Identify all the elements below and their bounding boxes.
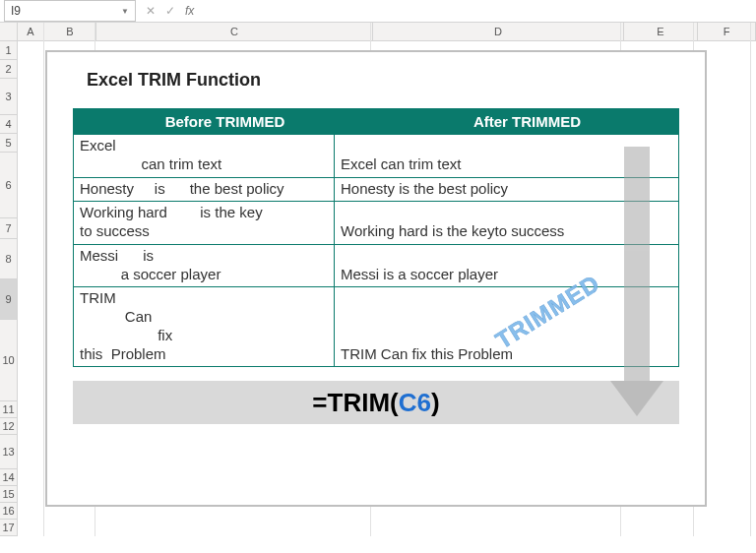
row-header[interactable]: 2: [0, 60, 18, 79]
header-after: After TRIMMED: [376, 109, 678, 134]
row-header[interactable]: 12: [0, 418, 18, 435]
select-all-corner[interactable]: [0, 23, 18, 41]
row-header[interactable]: 11: [0, 401, 18, 418]
table-row: Excel can trim text Excel can trim text: [74, 134, 678, 177]
down-arrow-graphic: [616, 147, 658, 422]
row-header[interactable]: 3: [0, 79, 18, 115]
formula-bar-row: I9 ▼ ✕ ✓ fx: [0, 0, 756, 23]
trim-table: Before TRIMMED After TRIMMED Excel can t…: [73, 108, 679, 367]
content-card: Excel TRIM Function Before TRIMMED After…: [45, 50, 707, 507]
row-headers: 1234567891011121314151617: [0, 23, 18, 536]
spreadsheet-grid: 1234567891011121314151617 ABCDEF Excel T…: [0, 23, 756, 536]
row-header[interactable]: 17: [0, 520, 18, 536]
header-before: Before TRIMMED: [74, 109, 376, 134]
row-header[interactable]: 4: [0, 115, 18, 134]
formula-bar-controls: ✕ ✓ fx: [136, 4, 204, 18]
sheet-area[interactable]: ABCDEF Excel TRIM Function Before TRIMME…: [18, 23, 756, 536]
row-header[interactable]: 13: [0, 435, 18, 469]
row-header[interactable]: 16: [0, 503, 18, 520]
formula-ref: C6: [399, 388, 431, 418]
row-header[interactable]: 1: [0, 41, 18, 60]
row-header[interactable]: 5: [0, 134, 18, 153]
fx-icon[interactable]: fx: [185, 4, 194, 18]
row-header[interactable]: 10: [0, 320, 18, 401]
enter-icon[interactable]: ✓: [165, 4, 175, 18]
table-header-row: Before TRIMMED After TRIMMED: [74, 109, 678, 134]
table-row: Honesty is the best policy Honesty is th…: [74, 177, 678, 202]
formula-suffix: ): [431, 388, 440, 418]
cancel-icon[interactable]: ✕: [146, 4, 156, 18]
formula-display: =TRIM(C6): [73, 381, 679, 424]
formula-prefix: =TRIM(: [312, 388, 398, 418]
row-header[interactable]: 9: [0, 279, 18, 320]
cell-before: Working hard is the key to success: [74, 202, 335, 244]
row-header[interactable]: 14: [0, 469, 18, 486]
cell-before: Messi is a soccer player: [74, 245, 335, 287]
row-header[interactable]: 7: [0, 218, 18, 239]
row-header[interactable]: 8: [0, 239, 18, 279]
table-row: Working hard is the key to success Worki…: [74, 201, 678, 244]
cell-before: Excel can trim text: [74, 135, 335, 177]
name-box-value: I9: [11, 4, 21, 18]
page-title: Excel TRIM Function: [47, 52, 705, 108]
dropdown-icon: ▼: [121, 7, 129, 16]
name-box[interactable]: I9 ▼: [4, 0, 136, 22]
row-header[interactable]: 15: [0, 486, 18, 503]
cell-before: Honesty is the best policy: [74, 178, 335, 202]
cell-before: TRIM Can fix this Problem: [74, 287, 335, 366]
row-header[interactable]: 6: [0, 153, 18, 218]
